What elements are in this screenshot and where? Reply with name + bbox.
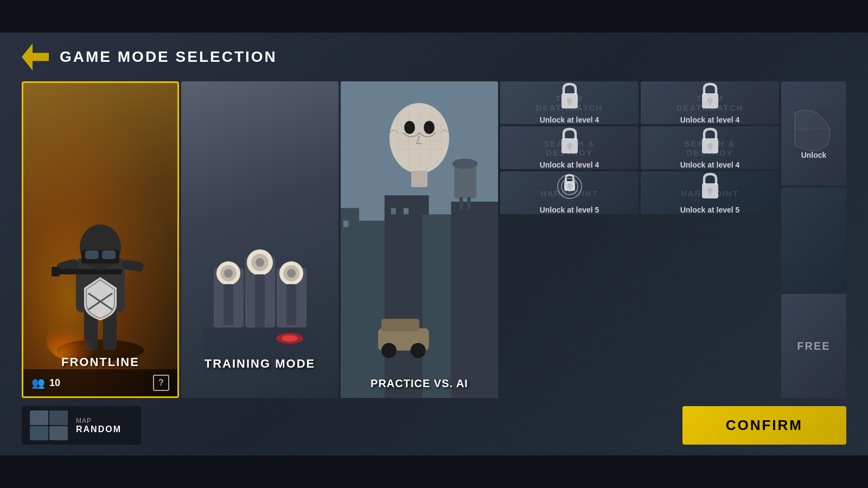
mode-r2-bot-bg-text: HARDPOINT bbox=[681, 188, 739, 197]
players-info: 👥 10 bbox=[31, 376, 60, 389]
hardpoint-bg-text: HARDPOINT bbox=[540, 188, 598, 197]
players-count: 10 bbox=[49, 377, 60, 389]
svg-rect-49 bbox=[381, 319, 419, 331]
locked-card-team-deathmatch[interactable]: TEAMDEATHMATCH Unlock at level 4 bbox=[500, 81, 639, 124]
locked-card-last-mid[interactable] bbox=[781, 188, 846, 292]
main-container: GAME MODE SELECTION bbox=[0, 33, 868, 455]
svg-rect-36 bbox=[385, 195, 429, 398]
svg-rect-7 bbox=[52, 267, 60, 277]
locked-card-last-top[interactable]: Unlock bbox=[781, 81, 846, 185]
back-button[interactable] bbox=[22, 43, 49, 70]
map-label: MAP bbox=[76, 417, 122, 425]
svg-point-32 bbox=[282, 335, 298, 342]
training-targets-art bbox=[203, 235, 317, 360]
last-top-unlock: Unlock bbox=[801, 151, 827, 159]
svg-rect-46 bbox=[459, 197, 463, 210]
svg-point-53 bbox=[404, 121, 415, 134]
locked-card-search-destroy[interactable]: HARDPOINT Unlock at level 5 bbox=[500, 171, 639, 214]
locked-card-last-bot[interactable]: FREE bbox=[781, 294, 846, 398]
confirm-button[interactable]: CONFIRM bbox=[682, 406, 846, 445]
help-text: ? bbox=[158, 378, 164, 388]
map-thumb-1 bbox=[30, 410, 48, 425]
svg-point-54 bbox=[424, 121, 435, 134]
mode-r2-mid-bg-text: SEARCH &DESTROY bbox=[684, 139, 735, 157]
right-section: TEAMDEATHMATCH Unlock at level 4 SEARCH … bbox=[500, 81, 846, 398]
map-text: MAP RANDOM bbox=[76, 417, 122, 434]
svg-rect-11 bbox=[102, 251, 116, 259]
svg-rect-47 bbox=[467, 197, 471, 210]
svg-rect-57 bbox=[411, 171, 427, 187]
frontline-label: FRONTLINE bbox=[23, 355, 177, 369]
svg-point-19 bbox=[224, 269, 233, 278]
map-name: RANDOM bbox=[76, 425, 122, 434]
content-area: FRONTLINE 👥 10 ? bbox=[22, 81, 846, 398]
map-thumb-2 bbox=[49, 410, 68, 425]
svg-rect-15 bbox=[203, 328, 317, 360]
svg-rect-10 bbox=[85, 251, 99, 259]
svg-rect-5 bbox=[122, 259, 145, 273]
search-destroy-unlock-text: Unlock at level 5 bbox=[540, 206, 599, 214]
right-col-last: Unlock FREE bbox=[781, 81, 846, 398]
r2-top-unlock: Unlock at level 4 bbox=[680, 115, 740, 124]
svg-point-24 bbox=[256, 258, 264, 267]
svg-rect-42 bbox=[391, 208, 395, 215]
mode-card-practice[interactable]: PRACTICE VS. AI bbox=[341, 81, 498, 398]
partial-design-top bbox=[789, 107, 838, 151]
svg-rect-43 bbox=[404, 208, 409, 215]
help-button[interactable]: ? bbox=[153, 375, 169, 391]
svg-rect-38 bbox=[451, 202, 498, 398]
svg-rect-44 bbox=[454, 164, 476, 198]
map-selector[interactable]: MAP RANDOM bbox=[22, 406, 141, 445]
r2-mid-unlock: Unlock at level 4 bbox=[680, 160, 740, 169]
practice-label: PRACTICE VS. AI bbox=[341, 377, 498, 390]
map-thumb-4 bbox=[49, 426, 68, 441]
locked-card-r2-top[interactable]: TEAMDEATHMATCH Unlock at level 4 bbox=[641, 81, 779, 124]
svg-point-50 bbox=[381, 343, 397, 358]
svg-rect-6 bbox=[52, 269, 122, 274]
map-thumbnails bbox=[30, 410, 68, 440]
svg-rect-20 bbox=[224, 284, 233, 325]
svg-rect-40 bbox=[343, 221, 348, 227]
mode-card-training[interactable]: TRAINING MODE bbox=[181, 81, 339, 398]
map-thumb-3 bbox=[30, 426, 48, 441]
frontline-soldier-art bbox=[41, 198, 160, 361]
right-col-1: TEAMDEATHMATCH Unlock at level 4 SEARCH … bbox=[500, 81, 639, 398]
bottom-ui: MAP RANDOM CONFIRM bbox=[22, 406, 846, 445]
mode-card-frontline[interactable]: FRONTLINE 👥 10 ? bbox=[22, 81, 179, 398]
top-bar bbox=[0, 0, 868, 33]
locked-card-frontline2[interactable]: SEARCH &DESTROY Unlock at level 4 bbox=[500, 126, 639, 169]
search-destroy-bg-text: SEARCH &DESTROY bbox=[544, 139, 595, 157]
frontline2-unlock-text: Unlock at level 4 bbox=[540, 160, 599, 169]
locked-card-r2-bot[interactable]: HARDPOINT Unlock at level 5 bbox=[641, 171, 779, 214]
training-label: TRAINING MODE bbox=[181, 357, 339, 371]
svg-rect-30 bbox=[286, 284, 296, 325]
free-label: FREE bbox=[797, 340, 830, 352]
svg-point-51 bbox=[411, 343, 426, 358]
locked-card-r2-mid[interactable]: SEARCH &DESTROY Unlock at level 4 bbox=[641, 126, 779, 169]
page-title: GAME MODE SELECTION bbox=[60, 48, 277, 66]
players-icon: 👥 bbox=[31, 376, 45, 389]
ai-head-art bbox=[381, 95, 457, 187]
mode-r2-top-bg-text: TEAMDEATHMATCH bbox=[676, 94, 744, 112]
header: GAME MODE SELECTION bbox=[22, 43, 846, 70]
r2-bot-unlock: Unlock at level 5 bbox=[680, 206, 740, 214]
frontline-info-bar: 👥 10 ? bbox=[23, 369, 177, 396]
svg-point-14 bbox=[46, 318, 100, 361]
right-col-2: TEAMDEATHMATCH Unlock at level 4 SEARCH … bbox=[641, 81, 779, 398]
bottom-bar bbox=[0, 455, 868, 488]
svg-rect-25 bbox=[255, 274, 265, 328]
team-deathmatch-bg-text: TEAMDEATHMATCH bbox=[536, 94, 603, 112]
team-deathmatch-unlock-text: Unlock at level 4 bbox=[540, 115, 599, 124]
svg-point-29 bbox=[287, 269, 296, 278]
